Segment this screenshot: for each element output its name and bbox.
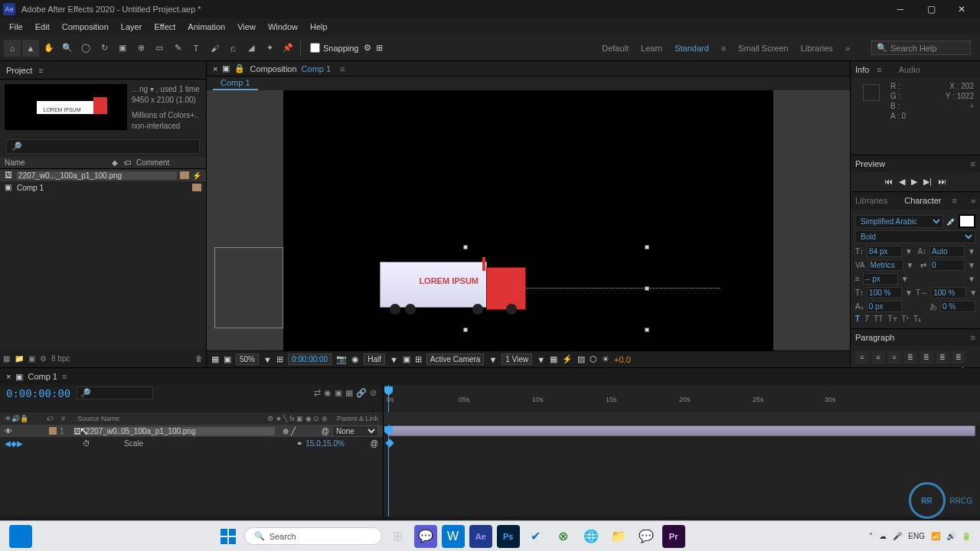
menu-help[interactable]: Help — [304, 21, 334, 33]
snapping-checkbox[interactable] — [310, 43, 320, 53]
snapping-toggle[interactable]: Snapping ⚙ ⊞ — [310, 43, 383, 53]
col-source[interactable]: Source Name — [77, 415, 119, 422]
pen-tool[interactable]: ✎ — [169, 40, 186, 57]
rotate-tool[interactable]: ↻ — [96, 40, 113, 57]
workspace-menu-icon[interactable]: ≡ — [721, 44, 726, 53]
menu-animation[interactable]: Animation — [181, 21, 231, 33]
layer-bar[interactable] — [388, 425, 975, 436]
libraries-tab[interactable]: Libraries — [855, 196, 887, 205]
font-size-input[interactable] — [867, 246, 902, 257]
todo-icon[interactable]: ✔ — [524, 525, 547, 548]
resolution-dropdown[interactable]: Half — [364, 354, 385, 365]
transparency-icon[interactable]: ▨ — [577, 354, 585, 364]
views-dropdown[interactable]: 1 View — [501, 354, 532, 365]
zoom-arrow-icon[interactable]: ▼ — [263, 355, 272, 364]
allcaps-button[interactable]: TT — [874, 315, 883, 323]
prop-value[interactable]: 15.0,15.0% — [305, 439, 345, 448]
hand-tool[interactable]: ✋ — [41, 40, 57, 57]
eyedropper-icon[interactable]: 💉 — [946, 217, 956, 226]
zoom-dropdown[interactable]: 50% — [236, 354, 259, 365]
justify-last-center-button[interactable]: ≣ — [920, 351, 933, 364]
roi-icon[interactable]: ▣ — [403, 354, 410, 364]
align-right-button[interactable]: ≡ — [887, 351, 901, 364]
maximize-button[interactable]: ▢ — [916, 0, 946, 18]
faux-bold-button[interactable]: T — [855, 315, 860, 323]
pan-behind-tool[interactable]: ⊕ — [132, 40, 149, 57]
start-button[interactable] — [217, 525, 240, 548]
col-type-icon[interactable]: ◆ — [112, 158, 124, 167]
minimize-button[interactable]: ─ — [885, 0, 916, 18]
smallcaps-button[interactable]: Tᴛ — [887, 315, 897, 323]
paragraph-tab[interactable]: Paragraph — [855, 333, 894, 342]
new-folder-icon[interactable]: 📁 — [15, 354, 24, 363]
layer-row-1[interactable]: 👁 1 🖼 2207_w0..05_100a_p1_100.png ⊕ ╱ @ … — [0, 425, 383, 437]
canvas[interactable]: LOREM IPSUM — [283, 90, 773, 350]
after-effects-icon[interactable]: Ae — [469, 525, 492, 548]
subscript-button[interactable]: T₁ — [913, 315, 921, 323]
snapshot-icon[interactable]: 📷 — [336, 354, 347, 364]
onedrive-icon[interactable]: ☁ — [879, 532, 887, 540]
visibility-icon[interactable]: 👁 — [5, 427, 12, 435]
wifi-icon[interactable]: 📶 — [931, 532, 940, 540]
next-frame-button[interactable]: ▶| — [923, 177, 932, 187]
premiere-icon[interactable]: Pr — [662, 525, 685, 548]
preview-tab[interactable]: Preview — [855, 159, 885, 168]
stopwatch-icon[interactable]: ⏱ — [83, 439, 90, 448]
channel-icon[interactable]: ◉ — [351, 354, 359, 364]
lock-icon[interactable]: 🔒 — [234, 64, 245, 73]
hscale-input[interactable] — [931, 287, 966, 298]
col-name[interactable]: Name — [5, 158, 112, 167]
menu-composition[interactable]: Composition — [56, 21, 115, 33]
fast-icon[interactable]: ⚡ — [562, 354, 573, 364]
taskview-icon[interactable]: ⊞ — [387, 525, 410, 548]
taskbar-search[interactable]: 🔍 Search — [244, 527, 382, 545]
alpha-icon[interactable]: ▦ — [211, 354, 219, 364]
tl-btn5-icon[interactable]: 🔗 — [356, 388, 367, 398]
last-frame-button[interactable]: ⏭ — [938, 177, 946, 187]
info-menu-icon[interactable]: ≡ — [877, 65, 881, 74]
tl-menu-icon[interactable]: ≡ — [62, 372, 67, 381]
type-tool[interactable]: T — [188, 40, 204, 57]
font-family-select[interactable]: Simplified Arabic — [855, 215, 943, 228]
tl-btn1-icon[interactable]: ⇄ — [314, 388, 321, 398]
new-comp-icon[interactable]: ▣ — [28, 354, 35, 363]
parent-dropdown[interactable]: None — [332, 425, 378, 437]
tray-chevron-icon[interactable]: ˄ — [869, 532, 873, 540]
faux-italic-button[interactable]: T — [864, 315, 869, 323]
interpret-icon[interactable]: ▦ — [3, 354, 10, 363]
xbox-icon[interactable]: ⊗ — [552, 525, 575, 548]
tl-btn4-icon[interactable]: ▦ — [345, 388, 353, 398]
layer-prop-scale[interactable]: ◀◆▶ ⏱ Scale ⚭ 15.0,15.0% @ — [0, 437, 383, 449]
view-arrow-icon[interactable]: ▼ — [537, 355, 545, 364]
timeline-search[interactable]: 🔎 — [77, 386, 153, 399]
brush-tool[interactable]: 🖌 — [206, 40, 223, 57]
system-tray[interactable]: ˄ ☁ 🎤 ENG 📶 🔊 🔋 — [869, 532, 971, 540]
audio-tab[interactable]: Audio — [899, 65, 920, 74]
sel-handle-tr[interactable] — [645, 245, 649, 249]
adjust-icon[interactable]: ⚙ — [40, 354, 47, 363]
exposure-value[interactable]: +0.0 — [614, 355, 631, 364]
character-tab[interactable]: Character — [904, 196, 941, 205]
baseline-input[interactable] — [867, 301, 902, 312]
snap-icon[interactable]: ⚙ — [364, 43, 371, 53]
home-tool[interactable]: ⌂ — [4, 40, 21, 57]
play-button[interactable]: ▶ — [911, 177, 917, 187]
eraser-tool[interactable]: ◢ — [243, 40, 260, 57]
shape-tool[interactable]: ▭ — [151, 40, 168, 57]
exposure-icon[interactable]: ☀ — [602, 354, 609, 364]
project-tab[interactable]: Project — [6, 66, 32, 75]
justify-all-button[interactable]: ≣ — [952, 351, 965, 364]
word-icon[interactable]: W — [442, 525, 465, 548]
layer-label-icon[interactable] — [49, 427, 57, 435]
leading-input[interactable] — [929, 246, 965, 257]
photoshop-icon[interactable]: Ps — [497, 525, 520, 548]
workspace-smallscreen[interactable]: Small Screen — [738, 44, 788, 53]
align-center-button[interactable]: ≡ — [871, 351, 885, 364]
workspace-libraries[interactable]: Libraries — [801, 44, 833, 53]
zoom-tool[interactable]: 🔍 — [59, 40, 76, 57]
parent-pickwhip-icon[interactable]: @ — [322, 427, 329, 435]
fill-stroke-icon[interactable] — [959, 214, 975, 228]
timeline-timecode[interactable]: 0:00:00:00 — [6, 387, 70, 399]
project-item-png[interactable]: 🖼 2207_w0..._100a_p1_100.png ⚡ — [0, 169, 206, 181]
mic-icon[interactable]: 🎤 — [893, 532, 902, 540]
